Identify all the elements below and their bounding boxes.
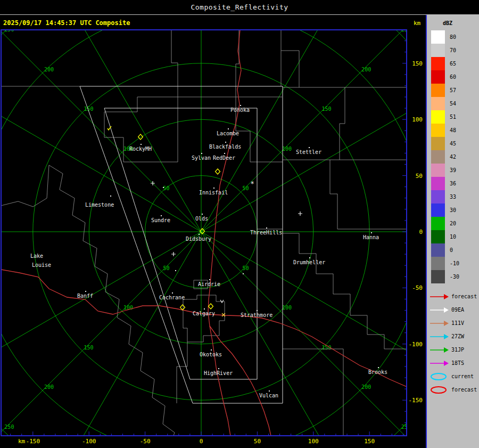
city-dot bbox=[309, 257, 310, 258]
city-dot bbox=[172, 292, 173, 294]
scale-entry: 54 bbox=[427, 97, 479, 110]
city-label: Vulcan bbox=[259, 393, 278, 398]
scale-color-swatch bbox=[431, 137, 445, 150]
scale-color-swatch bbox=[431, 177, 445, 190]
radar-map-canvas[interactable]: 2025/09/17 14:45:37 UTC Composite km km … bbox=[0, 15, 426, 448]
legend-item: 31JP bbox=[427, 343, 479, 356]
sector-outline bbox=[80, 86, 283, 403]
scale-value-label: 54 bbox=[450, 97, 456, 110]
city-label: Strathmore bbox=[241, 312, 272, 318]
x-axis-label: 150 bbox=[364, 438, 375, 445]
city-dot bbox=[201, 153, 202, 154]
scale-value-label: 10 bbox=[450, 230, 456, 243]
range-ring-label: 200 bbox=[361, 384, 371, 390]
track-arrowhead-icon bbox=[444, 347, 449, 353]
azimuth-line bbox=[201, 232, 361, 448]
city-label: Louise bbox=[32, 262, 51, 268]
scale-value-label: 0 bbox=[450, 243, 453, 257]
y-axis-label: 0 bbox=[419, 229, 423, 235]
city-label: Stettler bbox=[296, 149, 321, 155]
legend-item: 111V bbox=[427, 316, 479, 330]
boundary-segment bbox=[183, 295, 225, 342]
scale-entry: 60 bbox=[427, 70, 479, 84]
range-rings-grid bbox=[0, 15, 426, 448]
storm-marker bbox=[110, 196, 111, 197]
radar-sector-outlines bbox=[80, 86, 283, 403]
scale-color-swatch bbox=[431, 30, 445, 44]
legend-item: 27ZW bbox=[427, 330, 479, 343]
city-label: Sundre bbox=[151, 217, 170, 223]
scale-value-label: 80 bbox=[450, 30, 456, 44]
city-labels: PonokaLacombeBlackfaldsSylvanRedDeerRock… bbox=[30, 105, 387, 398]
scale-value-label: 57 bbox=[450, 84, 456, 97]
legend-item: 09EA bbox=[427, 303, 479, 316]
y-axis-label: -100 bbox=[409, 341, 423, 348]
storm-marker bbox=[209, 304, 213, 309]
track-arrowhead-icon bbox=[444, 321, 449, 326]
city-dot bbox=[85, 291, 86, 292]
range-ring-label: 100 bbox=[282, 305, 292, 311]
scale-value-label: 33 bbox=[450, 190, 456, 203]
city-label: Calgary bbox=[193, 311, 215, 316]
city-dot bbox=[224, 153, 225, 154]
scale-value-label: 65 bbox=[450, 57, 456, 70]
y-axis-label: -50 bbox=[412, 284, 423, 291]
city-dot bbox=[228, 128, 229, 129]
legend-item-label: forecast bbox=[451, 294, 477, 299]
range-ring-label: 200 bbox=[44, 384, 54, 390]
legend-item-label: forecast bbox=[451, 387, 477, 393]
legend-item-label: 111V bbox=[451, 320, 464, 326]
azimuth-line bbox=[0, 72, 201, 232]
city-label: Lacombe bbox=[217, 131, 239, 136]
city-label: Limestone bbox=[85, 202, 114, 208]
city-dot bbox=[199, 234, 200, 235]
track-arrowhead-icon bbox=[444, 334, 449, 339]
y-axis-label: 100 bbox=[412, 116, 423, 123]
scale-entry: -30 bbox=[427, 270, 479, 283]
scale-entry: 57 bbox=[427, 84, 479, 97]
scale-value-label: 30 bbox=[450, 203, 456, 217]
azimuth-line bbox=[42, 232, 201, 448]
city-dot bbox=[257, 310, 258, 311]
scale-color-swatch bbox=[431, 57, 445, 70]
city-label: Innisfail bbox=[199, 190, 228, 196]
color-scale: 807065605754514845423936333020100-10-30 bbox=[427, 30, 479, 283]
scale-entry: 80 bbox=[427, 30, 479, 44]
y-axis-label: 50 bbox=[416, 173, 423, 180]
scale-value-label: 39 bbox=[450, 164, 456, 177]
legend-item-label: 27ZW bbox=[451, 333, 464, 339]
city-dot bbox=[371, 232, 372, 233]
city-dot bbox=[269, 390, 270, 392]
scale-color-swatch bbox=[431, 97, 445, 110]
scale-value-label: -10 bbox=[450, 257, 459, 270]
boundary-segment bbox=[236, 30, 283, 162]
city-label: Airdrie bbox=[198, 281, 220, 287]
city-label: RedDeer bbox=[213, 155, 235, 161]
scale-value-label: -30 bbox=[450, 270, 459, 283]
city-label: Didsbury bbox=[186, 236, 211, 242]
scale-color-swatch bbox=[431, 217, 445, 230]
city-dot bbox=[204, 308, 205, 309]
scale-value-label: 60 bbox=[450, 70, 456, 84]
range-ring bbox=[0, 15, 426, 448]
legend-item: forecast bbox=[427, 383, 479, 396]
scale-title: dBZ bbox=[427, 15, 479, 30]
city-dot bbox=[240, 105, 241, 106]
boundary-segment bbox=[104, 97, 137, 112]
azimuth-line bbox=[201, 15, 426, 232]
city-dot bbox=[141, 144, 142, 145]
city-dot bbox=[309, 147, 310, 148]
storm-marker bbox=[298, 211, 302, 216]
legend-item-label: 31JP bbox=[451, 347, 464, 353]
range-ring-label: 50 bbox=[243, 265, 249, 271]
city-label: Sylvan bbox=[192, 155, 211, 161]
scale-entry: 0 bbox=[427, 243, 479, 257]
range-ring-label: 250 bbox=[4, 424, 14, 430]
city-dot bbox=[225, 142, 226, 143]
range-ring-label: 50 bbox=[243, 185, 249, 191]
scale-value-label: 45 bbox=[450, 137, 456, 150]
storm-marker bbox=[175, 270, 176, 271]
scale-color-swatch bbox=[431, 124, 445, 137]
scale-color-swatch bbox=[431, 110, 445, 124]
boundary-segment bbox=[330, 160, 407, 229]
